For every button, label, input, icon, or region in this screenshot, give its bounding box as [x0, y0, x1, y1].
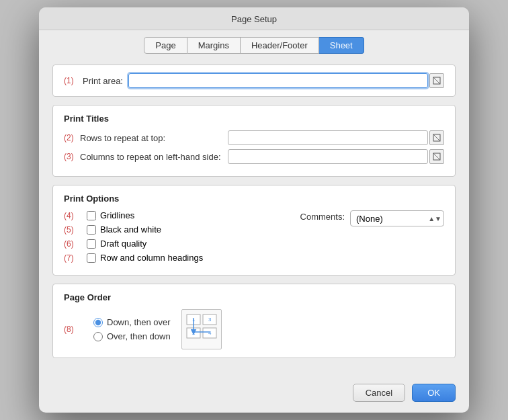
comments-select[interactable]: (None) At end of sheet As displayed on s…	[350, 210, 444, 226]
tab-sheet[interactable]: Sheet	[319, 37, 364, 54]
draft-num: (6)	[64, 239, 80, 249]
print-area-section: (1) Print area:	[52, 65, 456, 97]
draft-checkbox[interactable]	[87, 239, 96, 249]
headings-checkbox[interactable]	[87, 253, 96, 263]
dialog-footer: Cancel OK	[39, 377, 469, 413]
rows-num: (2)	[64, 133, 80, 142]
tab-headerfooter[interactable]: Header/Footer	[241, 37, 319, 54]
cols-repeat-icon-btn[interactable]	[429, 149, 444, 164]
print-area-row: (1) Print area:	[64, 73, 444, 88]
comments-label: Comments:	[300, 210, 345, 222]
svg-text:3: 3	[208, 317, 212, 323]
gridlines-checkbox[interactable]	[87, 211, 96, 220]
dialog-title: Page Setup	[39, 7, 469, 30]
gridlines-label: Gridlines	[100, 210, 134, 220]
bw-num: (5)	[64, 225, 80, 235]
over-then-down-label: Over, then down	[107, 331, 171, 341]
print-area-label: Print area:	[83, 76, 123, 86]
svg-text:4: 4	[208, 330, 212, 336]
page-setup-dialog: Page Setup Page Margins Header/Footer Sh…	[39, 7, 469, 413]
cols-label: Columns to repeat on left-hand side:	[80, 152, 228, 162]
bw-checkbox[interactable]	[87, 225, 96, 235]
rows-label: Rows to repeat at top:	[80, 133, 228, 143]
down-then-over-radio[interactable]	[93, 318, 103, 327]
svg-text:2: 2	[192, 330, 196, 336]
page-order-heading: Page Order	[64, 292, 444, 302]
print-area-input[interactable]	[128, 73, 428, 88]
comments-area: Comments: (None) At end of sheet As disp…	[300, 210, 444, 267]
print-area-icon-btn[interactable]	[429, 73, 444, 88]
bw-label: Black and white	[100, 224, 161, 235]
print-options-section: Print Options (4) Gridlines (5) Black an…	[52, 185, 456, 276]
page-order-num: (8)	[64, 325, 80, 334]
draft-label: Draft quality	[100, 239, 146, 249]
draft-row: (6) Draft quality	[64, 239, 287, 249]
print-options-checkboxes: (4) Gridlines (5) Black and white (6) Dr…	[64, 210, 287, 267]
rows-repeat-input[interactable]	[228, 130, 428, 145]
headings-row: (7) Row and column headings	[64, 253, 287, 263]
cols-repeat-input[interactable]	[228, 149, 428, 164]
cols-num: (3)	[64, 152, 80, 161]
gridlines-num: (4)	[64, 211, 80, 220]
gridlines-row: (4) Gridlines	[64, 210, 287, 220]
over-then-down-radio[interactable]	[93, 332, 103, 341]
headings-num: (7)	[64, 253, 80, 263]
tab-bar: Page Margins Header/Footer Sheet	[39, 30, 469, 54]
print-titles-heading: Print Titles	[64, 114, 444, 124]
over-then-down-option[interactable]: Over, then down	[93, 331, 171, 341]
print-area-num: (1)	[64, 76, 80, 85]
rows-repeat-icon-btn[interactable]	[429, 130, 444, 145]
tab-page[interactable]: Page	[144, 37, 187, 54]
comments-select-wrapper: (None) At end of sheet As displayed on s…	[350, 210, 444, 226]
dialog-content: (1) Print area: Print Titles (2) Rows to…	[39, 54, 469, 377]
print-options-grid: (4) Gridlines (5) Black and white (6) Dr…	[64, 210, 444, 267]
cancel-button[interactable]: Cancel	[353, 384, 405, 402]
svg-text:1: 1	[192, 317, 196, 323]
down-then-over-option[interactable]: Down, then over	[93, 317, 171, 327]
page-order-diagram: 1 3 2 4	[181, 309, 222, 349]
print-titles-section: Print Titles (2) Rows to repeat at top: …	[52, 105, 456, 177]
down-then-over-label: Down, then over	[107, 317, 171, 327]
ok-button[interactable]: OK	[412, 384, 456, 402]
tab-margins[interactable]: Margins	[187, 37, 241, 54]
page-order-radio-group: Down, then over Over, then down	[93, 317, 171, 341]
title-text: Page Setup	[231, 14, 277, 24]
rows-repeat-row: (2) Rows to repeat at top:	[64, 130, 444, 145]
print-options-heading: Print Options	[64, 194, 444, 204]
cols-repeat-row: (3) Columns to repeat on left-hand side:	[64, 149, 444, 164]
bw-row: (5) Black and white	[64, 224, 287, 235]
page-order-content: (8) Down, then over Over, then down	[64, 309, 444, 349]
headings-label: Row and column headings	[100, 253, 203, 263]
page-order-section: Page Order (8) Down, then over Over, the…	[52, 284, 456, 358]
